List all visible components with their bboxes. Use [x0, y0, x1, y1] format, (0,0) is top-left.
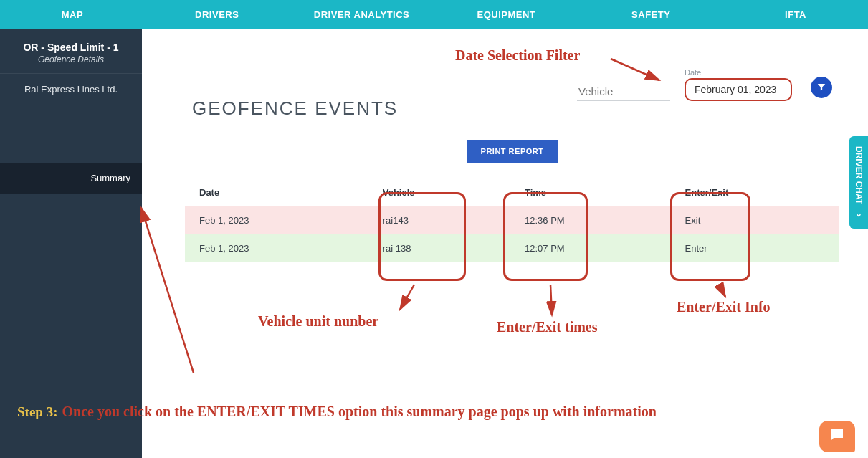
- step-annotation: Step 3: Once you click on the ENTER/EXIT…: [17, 404, 657, 420]
- nav-drivers[interactable]: DRIVERS: [145, 9, 290, 20]
- cell-vehicle: rai143: [368, 206, 510, 234]
- main-content: Date February 01, 2023 GEOFENCE EVENTS P…: [142, 29, 868, 458]
- date-filter-field[interactable]: February 01, 2023: [685, 78, 792, 101]
- filter-icon: [816, 82, 826, 94]
- step-number: Step 3:: [17, 404, 57, 420]
- geofence-subtitle: Geofence Details: [7, 54, 135, 65]
- filter-bar: Date February 01, 2023: [577, 68, 832, 101]
- date-filter-label: Date: [685, 68, 792, 77]
- events-table: Date Vehicle Time Enter/Exit Feb 1, 2023…: [185, 178, 839, 262]
- nav-ifta[interactable]: IFTA: [723, 9, 868, 20]
- table-row: Feb 1, 2023 rai 138 12:07 PM Enter: [185, 234, 839, 262]
- driver-chat-label: DRIVER CHAT: [854, 146, 864, 204]
- chevron-down-icon: ⌄: [854, 209, 864, 219]
- vehicle-filter-input[interactable]: [577, 82, 670, 101]
- chat-launcher-button[interactable]: [819, 421, 855, 452]
- nav-safety[interactable]: SAFETY: [578, 9, 723, 20]
- nav-map[interactable]: MAP: [0, 9, 145, 20]
- col-vehicle: Vehicle: [368, 178, 510, 206]
- sidebar-item-summary[interactable]: Summary: [0, 163, 142, 194]
- cell-vehicle: rai 138: [368, 234, 510, 262]
- cell-time: 12:36 PM: [510, 206, 671, 234]
- sidebar-header: OR - Speed Limit - 1 Geofence Details: [0, 29, 142, 73]
- col-enterexit: Enter/Exit: [671, 178, 839, 206]
- cell-action: Exit: [671, 206, 839, 234]
- cell-date: Feb 1, 2023: [185, 206, 368, 234]
- cell-date: Feb 1, 2023: [185, 234, 368, 262]
- geofence-title: OR - Speed Limit - 1: [7, 42, 135, 53]
- nav-equipment[interactable]: EQUIPMENT: [434, 9, 578, 20]
- step-text: Once you click on the ENTER/EXIT TIMES o…: [62, 404, 656, 420]
- table-row: Feb 1, 2023 rai143 12:36 PM Exit: [185, 206, 839, 234]
- top-nav: MAP DRIVERS DRIVER ANALYTICS EQUIPMENT S…: [0, 0, 868, 29]
- cell-action: Enter: [671, 234, 839, 262]
- nav-driver-analytics[interactable]: DRIVER ANALYTICS: [290, 9, 434, 20]
- print-report-button[interactable]: PRINT REPORT: [467, 140, 558, 163]
- cell-time: 12:07 PM: [510, 234, 671, 262]
- col-date: Date: [185, 178, 368, 206]
- company-name: Rai Express Lines Ltd.: [0, 73, 142, 105]
- table-header-row: Date Vehicle Time Enter/Exit: [185, 178, 839, 206]
- sidebar: OR - Speed Limit - 1 Geofence Details Ra…: [0, 29, 142, 458]
- col-time: Time: [510, 178, 671, 206]
- driver-chat-tab[interactable]: DRIVER CHAT ⌄: [849, 136, 868, 229]
- apply-filter-button[interactable]: [811, 77, 832, 98]
- date-filter-wrap: Date February 01, 2023: [685, 68, 792, 101]
- chat-icon: [829, 426, 846, 447]
